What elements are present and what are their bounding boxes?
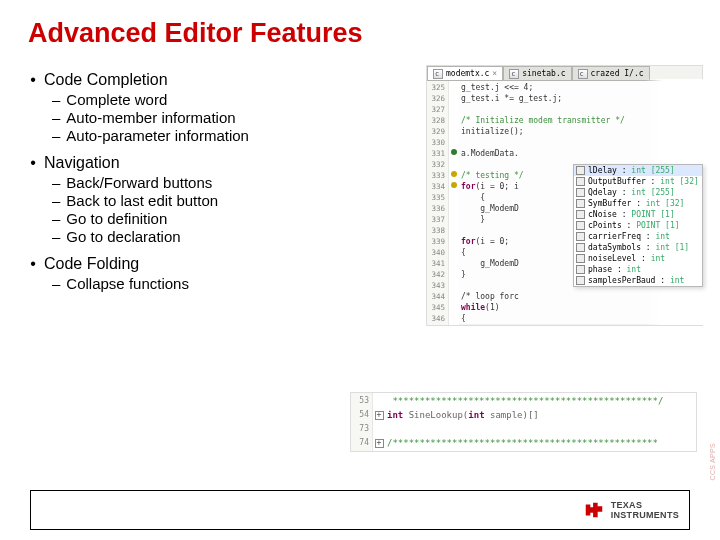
field-icon [576, 188, 585, 197]
intellisense-item[interactable]: samplesPerBaud : int [574, 275, 702, 286]
ti-logo: TEXAS INSTRUMENTS [583, 499, 679, 521]
field-icon [576, 177, 585, 186]
field-icon [576, 166, 585, 175]
intellisense-item[interactable]: SymBuffer : int [32] [574, 198, 702, 209]
code-folding-screenshot: 53547374 ++ ****************************… [350, 392, 697, 452]
fold-toggle-icon[interactable]: + [375, 439, 384, 448]
intellisense-item[interactable]: OutputBuffer : int [32] [574, 176, 702, 187]
intellisense-item[interactable]: cNoise : POINT [1] [574, 209, 702, 220]
field-icon [576, 232, 585, 241]
editor-tab[interactable]: sinetab.c [503, 66, 571, 80]
intellisense-item[interactable]: cPoints : POINT [1] [574, 220, 702, 231]
ti-chip-icon [583, 499, 605, 521]
fold-gutter[interactable]: ++ [373, 393, 385, 451]
footer-bar: TEXAS INSTRUMENTS [30, 490, 690, 530]
c-file-icon [578, 69, 588, 79]
field-icon [576, 199, 585, 208]
slide-title: Advanced Editor Features [28, 18, 692, 49]
close-icon[interactable]: × [492, 68, 497, 79]
bullet-navigation: •Navigation –Back/Forward buttons –Back … [28, 154, 408, 245]
intellisense-item[interactable]: phase : int [574, 264, 702, 275]
bullet-code-folding: •Code Folding –Collapse functions [28, 255, 408, 292]
field-icon [576, 243, 585, 252]
intellisense-item[interactable]: carrierFreq : int [574, 231, 702, 242]
editor-tab[interactable]: crazed I/.c [572, 66, 650, 80]
intellisense-item[interactable]: noiseLevel : int [574, 253, 702, 264]
editor-tab[interactable]: modemtx.c × [427, 66, 503, 80]
field-icon [576, 254, 585, 263]
bullet-code-completion: •Code Completion –Complete word –Auto-me… [28, 71, 408, 144]
field-icon [576, 276, 585, 285]
intellisense-item[interactable]: Qdelay : int [255] [574, 187, 702, 198]
intellisense-item[interactable]: lDelay : int [255] [574, 165, 702, 176]
fold-toggle-icon[interactable]: + [375, 411, 384, 420]
marker-gutter [449, 81, 459, 325]
side-watermark: CCS APPS [709, 443, 716, 480]
field-icon [576, 265, 585, 274]
line-number-gutter: 3253263273283293303313323333343353363373… [427, 81, 449, 325]
field-icon [576, 221, 585, 230]
c-file-icon [509, 69, 519, 79]
intellisense-item[interactable]: dataSymbols : int [1] [574, 242, 702, 253]
intellisense-popup[interactable]: lDelay : int [255]OutputBuffer : int [32… [573, 164, 703, 287]
bullet-column: •Code Completion –Complete word –Auto-me… [28, 65, 408, 326]
code-completion-screenshot: modemtx.c × sinetab.c crazed I/.c 325326… [426, 65, 703, 326]
field-icon [576, 210, 585, 219]
c-file-icon [433, 69, 443, 79]
